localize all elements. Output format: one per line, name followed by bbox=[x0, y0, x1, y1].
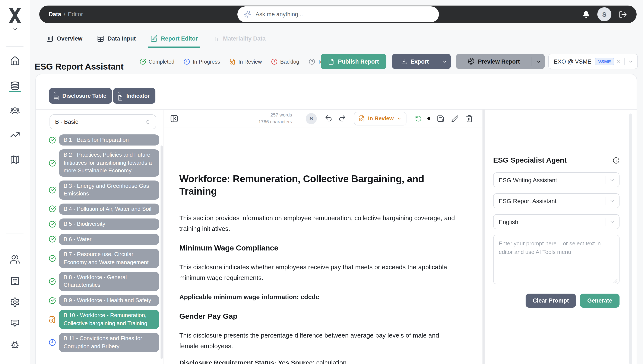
logout-icon[interactable] bbox=[619, 10, 627, 18]
disclosure-pill[interactable]: B 1 - Basis for Preparation bbox=[59, 134, 159, 146]
editor-status-dropdown[interactable]: In Review bbox=[354, 112, 406, 125]
disclosure-pill[interactable]: B 6 - Water bbox=[59, 234, 159, 245]
list-item-b6: B 6 - Water bbox=[49, 234, 159, 245]
global-search[interactable] bbox=[237, 6, 439, 22]
prompt-input[interactable] bbox=[493, 235, 619, 284]
list-item-b10-selected: B 10 - Workforce - Remuneration, Collect… bbox=[49, 310, 159, 329]
list-item-b3: B 3 - Energy and Greenhouse Gas Emission… bbox=[49, 180, 159, 200]
editor-document[interactable]: Workforce: Remuneration, Collective Barg… bbox=[164, 128, 456, 364]
save-icon[interactable] bbox=[437, 114, 444, 122]
notifications-bell-icon[interactable] bbox=[582, 10, 590, 18]
agent-select[interactable]: ESG Report Assistant bbox=[493, 193, 619, 208]
organization-icon[interactable] bbox=[0, 276, 30, 286]
editor-scrollbar[interactable] bbox=[482, 109, 485, 364]
redo-icon[interactable] bbox=[338, 114, 346, 122]
undo-icon[interactable] bbox=[324, 114, 333, 122]
users-icon[interactable] bbox=[0, 254, 30, 264]
disclosure-pill[interactable]: B 4 - Pollution of Air, Water and Soil bbox=[59, 203, 159, 215]
disclosure-pill[interactable]: B 9 - Workforce - Health and Safety bbox=[59, 295, 159, 306]
list-item-b9: B 9 - Workforce - Health and Safety bbox=[49, 295, 159, 306]
disclosure-pill[interactable]: B 5 - Biodiversity bbox=[59, 218, 159, 230]
disclosure-pill[interactable]: B 2 - Practices, Policies and Future Ini… bbox=[59, 150, 159, 177]
editor-column: 257 words 1766 characters S In Review bbox=[164, 109, 484, 364]
list-scrollbar[interactable] bbox=[161, 146, 163, 359]
logo-chevron-down-icon[interactable] bbox=[0, 26, 30, 32]
tab-report-editor[interactable]: Report Editor bbox=[150, 35, 198, 42]
resize-handle-icon[interactable] bbox=[613, 279, 618, 283]
status-in-progress-icon bbox=[49, 339, 56, 346]
bug-report-icon[interactable] bbox=[0, 340, 30, 350]
editor-toolbar: 257 words 1766 characters S In Review bbox=[164, 109, 484, 128]
export-chevron-down-icon[interactable] bbox=[438, 59, 451, 64]
status-completed-icon bbox=[49, 160, 56, 167]
community-icon[interactable] bbox=[0, 106, 30, 116]
status-completed-icon bbox=[49, 220, 56, 228]
map-icon[interactable] bbox=[0, 154, 30, 165]
edit-pencil-icon[interactable] bbox=[451, 115, 459, 122]
clear-selection-icon[interactable] bbox=[615, 58, 621, 64]
export-button[interactable]: Export bbox=[392, 54, 451, 69]
search-input[interactable] bbox=[255, 11, 432, 18]
app-logo[interactable] bbox=[0, 7, 30, 24]
preview-report-button[interactable]: Preview Report bbox=[456, 54, 545, 69]
report-scope-select[interactable]: EXO @ VSME VSME bbox=[548, 54, 638, 69]
chevron-down-icon bbox=[605, 198, 619, 204]
disclosure-pill[interactable]: B 7 - Resource use, Circular Economy and… bbox=[59, 249, 159, 268]
panel-scrollbar[interactable] bbox=[629, 114, 632, 364]
document-title: Workforce: Remuneration, Collective Barg… bbox=[179, 173, 456, 198]
disclosure-list: B 1 - Basis for Preparation B 2 - Practi… bbox=[49, 134, 159, 352]
topbar: Data / Editor S bbox=[39, 6, 636, 23]
user-avatar[interactable]: S bbox=[597, 7, 611, 21]
document-paragraph: This section provides information on emp… bbox=[179, 213, 456, 234]
alert-circle-icon bbox=[271, 58, 278, 65]
publish-report-button[interactable]: Publish Report bbox=[321, 54, 386, 69]
feedback-chat-icon[interactable] bbox=[0, 318, 30, 328]
avatar-initial: S bbox=[602, 11, 606, 18]
disclosure-table-button[interactable]: Disclosure Table bbox=[49, 88, 112, 104]
select-divider bbox=[624, 58, 625, 65]
file-clock-icon bbox=[230, 58, 236, 65]
database-icon[interactable] bbox=[0, 81, 30, 91]
status-legend: Completed In Progress In Review Backlog … bbox=[140, 58, 332, 65]
list-item-b1: B 1 - Basis for Preparation bbox=[49, 134, 159, 146]
vsme-badge: VSME bbox=[595, 58, 614, 65]
indicator-button[interactable]: Indicator bbox=[113, 88, 155, 104]
delete-trash-icon[interactable] bbox=[465, 114, 473, 122]
disclosure-pill[interactable]: B 8 - Workforce - General Characteristic… bbox=[59, 272, 159, 291]
clear-prompt-button[interactable]: Clear Prompt bbox=[525, 294, 576, 308]
agent-panel-title: ESG Specialist Agent bbox=[493, 156, 567, 165]
revert-history-icon[interactable] bbox=[415, 115, 422, 122]
trending-up-icon[interactable] bbox=[0, 130, 30, 140]
tab-data-input[interactable]: Data Input bbox=[97, 35, 136, 42]
disclosure-pill[interactable]: B 11 - Convictions and Fines for Corrupt… bbox=[59, 333, 159, 352]
home-icon[interactable] bbox=[0, 56, 30, 66]
collapse-panel-icon[interactable] bbox=[170, 114, 179, 123]
active-rail-indicator bbox=[9, 91, 21, 92]
disclosure-pill[interactable]: B 3 - Energy and Greenhouse Gas Emission… bbox=[59, 180, 159, 200]
editor-status-label: In Review bbox=[368, 115, 394, 122]
generate-button[interactable]: Generate bbox=[580, 294, 619, 308]
word-count: 257 words 1766 characters bbox=[258, 112, 292, 125]
tab-overview[interactable]: Overview bbox=[46, 35, 82, 42]
select-chevron-down-icon[interactable] bbox=[628, 58, 633, 64]
rail-divider bbox=[7, 46, 24, 46]
settings-gear-icon[interactable] bbox=[0, 297, 30, 307]
section-select-value: B - Basic bbox=[55, 119, 78, 125]
breadcrumb-page[interactable]: Editor bbox=[68, 11, 83, 18]
clock-icon bbox=[184, 58, 190, 65]
kanban-icon bbox=[46, 35, 53, 42]
breadcrumb-section[interactable]: Data bbox=[49, 11, 61, 18]
preview-chevron-down-icon[interactable] bbox=[532, 59, 545, 64]
info-icon[interactable] bbox=[613, 157, 619, 164]
document-paragraph: This disclosure presents the percentage … bbox=[179, 330, 456, 352]
language-select[interactable]: English bbox=[493, 214, 619, 229]
list-item-b11: B 11 - Convictions and Fines for Corrupt… bbox=[49, 333, 159, 352]
legend-backlog: Backlog bbox=[271, 58, 299, 65]
disclosure-pill[interactable]: B 10 - Workforce - Remuneration, Collect… bbox=[59, 310, 159, 329]
chevrons-up-down-icon bbox=[145, 119, 151, 125]
section-select[interactable]: B - Basic bbox=[50, 114, 156, 129]
toolbar-divider bbox=[299, 111, 299, 126]
assistant-select-value: ESG Writing Assistant bbox=[499, 176, 557, 183]
assistant-select[interactable]: ESG Writing Assistant bbox=[493, 172, 619, 187]
file-text-icon bbox=[328, 58, 335, 65]
